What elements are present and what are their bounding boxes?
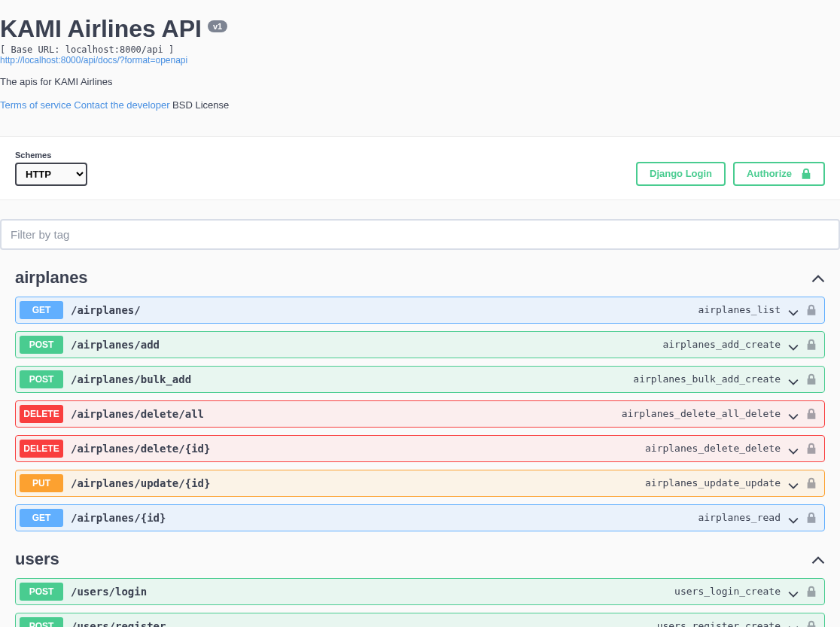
api-title: KAMI Airlines API — [0, 15, 202, 43]
operation-id: users_register_create — [657, 620, 781, 627]
chevron-down-icon — [788, 445, 799, 452]
operation-id: airplanes_read — [698, 512, 781, 523]
operation-id: airplanes_delete_delete — [645, 443, 781, 454]
api-info-header: KAMI Airlines API v1 [ Base URL: localho… — [0, 0, 840, 121]
method-badge: POST — [20, 370, 63, 388]
method-badge: GET — [20, 509, 63, 527]
operation-path: /airplanes/delete/all — [71, 408, 204, 420]
method-badge: POST — [20, 617, 63, 627]
method-badge: POST — [20, 583, 63, 601]
filter-input[interactable] — [0, 219, 840, 250]
operation-id: airplanes_list — [698, 304, 781, 315]
lock-icon — [806, 512, 817, 524]
docs-link[interactable]: http://localhost:8000/api/docs/?format=o… — [0, 55, 840, 65]
method-badge: DELETE — [20, 405, 63, 423]
method-badge: PUT — [20, 474, 63, 492]
chevron-up-icon — [811, 555, 825, 563]
operation-airplanes_read[interactable]: GET/airplanes/{id}airplanes_read — [15, 504, 825, 531]
method-badge: POST — [20, 336, 63, 354]
operation-users_register_create[interactable]: POST/users/registerusers_register_create — [15, 613, 825, 627]
chevron-down-icon — [788, 588, 799, 595]
operation-id: airplanes_delete_all_delete — [622, 408, 781, 419]
operation-path: /users/register — [71, 620, 166, 627]
operation-path: /airplanes/bulk_add — [71, 373, 191, 385]
operation-id: airplanes_bulk_add_create — [633, 373, 781, 385]
schemes-select[interactable]: HTTP — [15, 163, 87, 186]
tag-header-airplanes[interactable]: airplanes — [15, 265, 825, 297]
operation-path: /users/login — [71, 586, 147, 598]
chevron-down-icon — [788, 410, 799, 417]
chevron-down-icon — [788, 479, 799, 486]
operation-users_login_create[interactable]: POST/users/loginusers_login_create — [15, 578, 825, 605]
method-badge: GET — [20, 301, 63, 319]
operation-airplanes_list[interactable]: GET/airplanes/airplanes_list — [15, 297, 825, 324]
tag-section-airplanes: airplanesGET/airplanes/airplanes_listPOS… — [15, 265, 825, 531]
operation-airplanes_delete_delete[interactable]: DELETE/airplanes/delete/{id}airplanes_de… — [15, 435, 825, 462]
schemes-label: Schemes — [15, 151, 87, 160]
operation-airplanes_delete_all_delete[interactable]: DELETE/airplanes/delete/allairplanes_del… — [15, 400, 825, 428]
base-url: [ Base URL: localhost:8000/api ] — [0, 44, 840, 55]
lock-icon — [806, 408, 817, 420]
api-description: The apis for KAMI Airlines — [0, 76, 840, 87]
chevron-down-icon — [788, 514, 799, 521]
tag-section-users: usersPOST/users/loginusers_login_createP… — [15, 546, 825, 627]
lock-icon — [801, 168, 811, 180]
chevron-down-icon — [788, 622, 799, 627]
lock-icon — [806, 443, 817, 455]
lock-icon — [806, 304, 817, 316]
tag-header-users[interactable]: users — [15, 546, 825, 578]
operation-id: airplanes_add_create — [662, 339, 781, 350]
license-text: BSD License — [172, 99, 229, 111]
contact-link[interactable]: Contact the developer — [74, 99, 169, 111]
chevron-down-icon — [788, 376, 799, 382]
operation-airplanes_update_update[interactable]: PUT/airplanes/update/{id}airplanes_updat… — [15, 470, 825, 497]
lock-icon — [806, 339, 817, 351]
operation-path: /airplanes/add — [71, 339, 160, 351]
lock-icon — [806, 373, 817, 385]
tag-name: airplanes — [15, 268, 88, 288]
operation-id: users_login_create — [674, 586, 781, 597]
django-login-button[interactable]: Django Login — [636, 162, 726, 186]
version-badge: v1 — [208, 20, 227, 32]
chevron-down-icon — [788, 341, 799, 348]
terms-link[interactable]: Terms of service — [0, 99, 72, 111]
method-badge: DELETE — [20, 440, 63, 458]
operation-id: airplanes_update_update — [645, 477, 781, 489]
chevron-down-icon — [788, 306, 799, 313]
lock-icon — [806, 477, 817, 489]
operation-path: /airplanes/ — [71, 304, 141, 316]
lock-icon — [806, 620, 817, 627]
scheme-auth-bar: Schemes HTTP Django Login Authorize — [0, 136, 840, 200]
tag-name: users — [15, 549, 59, 569]
django-login-label: Django Login — [650, 168, 712, 179]
lock-icon — [806, 586, 817, 598]
operation-airplanes_bulk_add_create[interactable]: POST/airplanes/bulk_addairplanes_bulk_ad… — [15, 366, 825, 393]
operation-airplanes_add_create[interactable]: POST/airplanes/addairplanes_add_create — [15, 331, 825, 358]
operation-path: /airplanes/delete/{id} — [71, 443, 210, 455]
operation-path: /airplanes/update/{id} — [71, 477, 210, 489]
chevron-up-icon — [811, 273, 825, 282]
operation-path: /airplanes/{id} — [71, 512, 166, 524]
authorize-button[interactable]: Authorize — [733, 162, 825, 186]
authorize-label: Authorize — [747, 168, 792, 179]
